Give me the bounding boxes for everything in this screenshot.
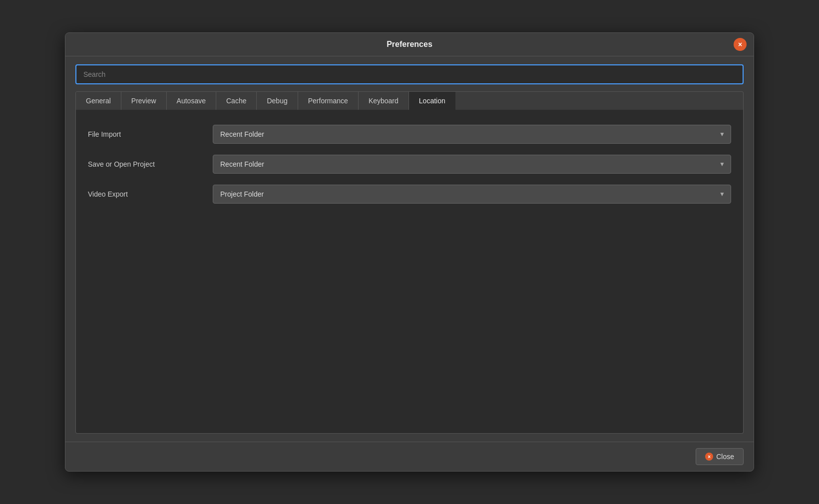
file-import-label: File Import bbox=[88, 130, 213, 138]
video-export-select[interactable]: Recent Folder Project Folder Custom Fold… bbox=[213, 185, 731, 204]
save-open-project-select[interactable]: Recent Folder Project Folder Custom Fold… bbox=[213, 155, 731, 174]
file-import-select-wrapper: Recent Folder Project Folder Custom Fold… bbox=[213, 125, 731, 144]
tab-autosave[interactable]: Autosave bbox=[167, 92, 216, 110]
file-import-select[interactable]: Recent Folder Project Folder Custom Fold… bbox=[213, 125, 731, 144]
dialog-body: General Preview Autosave Cache Debug Per… bbox=[65, 56, 754, 442]
tab-content-location: File Import Recent Folder Project Folder… bbox=[75, 110, 744, 434]
tab-debug[interactable]: Debug bbox=[257, 92, 298, 110]
dialog-header: Preferences × bbox=[65, 33, 754, 56]
dialog-title: Preferences bbox=[387, 40, 432, 49]
tab-cache-label: Cache bbox=[226, 97, 246, 105]
header-close-button[interactable]: × bbox=[734, 38, 747, 51]
tab-location[interactable]: Location bbox=[409, 92, 455, 110]
video-export-label: Video Export bbox=[88, 190, 213, 198]
tab-general[interactable]: General bbox=[76, 92, 121, 110]
tab-preview[interactable]: Preview bbox=[121, 92, 167, 110]
dialog-footer: × Close bbox=[65, 442, 754, 471]
tab-performance-label: Performance bbox=[308, 97, 348, 105]
form-row-file-import: File Import Recent Folder Project Folder… bbox=[88, 125, 731, 144]
form-row-save-open-project: Save or Open Project Recent Folder Proje… bbox=[88, 155, 731, 174]
tab-general-label: General bbox=[86, 97, 111, 105]
tab-autosave-label: Autosave bbox=[177, 97, 206, 105]
form-row-video-export: Video Export Recent Folder Project Folde… bbox=[88, 185, 731, 204]
search-input[interactable] bbox=[75, 64, 744, 84]
footer-close-button[interactable]: × Close bbox=[696, 448, 744, 465]
tab-keyboard[interactable]: Keyboard bbox=[359, 92, 409, 110]
tab-keyboard-label: Keyboard bbox=[369, 97, 399, 105]
header-close-icon: × bbox=[738, 40, 742, 48]
tab-performance[interactable]: Performance bbox=[298, 92, 359, 110]
video-export-select-wrapper: Recent Folder Project Folder Custom Fold… bbox=[213, 185, 731, 204]
tab-debug-label: Debug bbox=[267, 97, 287, 105]
footer-close-icon: × bbox=[705, 453, 713, 461]
preferences-dialog: Preferences × General Preview Autosave C… bbox=[65, 32, 754, 472]
tab-cache[interactable]: Cache bbox=[216, 92, 257, 110]
tab-location-label: Location bbox=[419, 97, 445, 105]
tabs-container: General Preview Autosave Cache Debug Per… bbox=[75, 91, 744, 110]
save-open-project-label: Save or Open Project bbox=[88, 160, 213, 168]
footer-close-label: Close bbox=[716, 453, 734, 461]
tab-preview-label: Preview bbox=[131, 97, 156, 105]
save-open-project-select-wrapper: Recent Folder Project Folder Custom Fold… bbox=[213, 155, 731, 174]
